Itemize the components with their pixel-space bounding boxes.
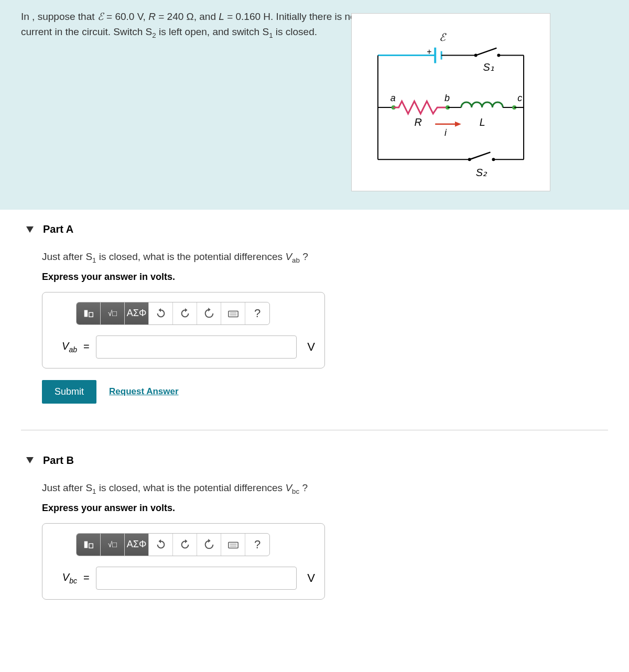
svg-text:i: i (444, 127, 447, 138)
var-label-a: Vab (52, 340, 77, 354)
request-answer-a[interactable]: Request Answer (109, 386, 179, 397)
part-b-title: Part B (43, 454, 74, 467)
svg-marker-46 (208, 539, 211, 543)
part-a-title: Part A (43, 223, 73, 235)
svg-line-7 (476, 48, 497, 56)
svg-text:ℰ: ℰ (439, 31, 447, 43)
help-icon[interactable]: ? (245, 302, 269, 324)
greek-button[interactable]: ΑΣΦ (125, 302, 149, 324)
undo-icon[interactable] (149, 534, 173, 556)
answer-input-a[interactable] (96, 335, 297, 359)
svg-text:S₁: S₁ (483, 61, 494, 73)
reset-icon[interactable] (197, 534, 221, 556)
answer-box-a: √□ ΑΣΦ ? Vab = (42, 292, 325, 368)
chevron-down-icon (26, 226, 34, 233)
unit-a: V (303, 340, 315, 354)
svg-marker-37 (185, 308, 188, 312)
submit-button-a[interactable]: Submit (42, 380, 96, 404)
svg-rect-35 (89, 312, 92, 317)
undo-icon[interactable] (149, 302, 173, 324)
answer-box-b: √□ ΑΣΦ ? Vbc = (42, 523, 325, 600)
circuit-figure: ℰ + S₁ a R b (351, 13, 550, 191)
svg-text:S₂: S₂ (476, 167, 487, 178)
keyboard-icon[interactable] (221, 534, 245, 556)
svg-text:+: + (427, 47, 431, 56)
svg-marker-44 (158, 539, 161, 543)
svg-text:a: a (391, 93, 396, 103)
reset-icon[interactable] (197, 302, 221, 324)
svg-marker-38 (208, 308, 211, 311)
help-icon[interactable]: ? (245, 534, 269, 556)
redo-icon[interactable] (173, 302, 197, 324)
svg-line-30 (470, 152, 491, 159)
toolbar-b: √□ ΑΣΦ ? (76, 533, 270, 556)
template-icon[interactable] (77, 302, 101, 324)
keyboard-icon[interactable] (221, 302, 245, 324)
radical-icon[interactable]: √□ (101, 534, 125, 556)
chevron-down-icon (26, 457, 34, 463)
svg-text:R: R (414, 116, 421, 128)
part-b-hint: Express your answer in volts. (42, 503, 603, 514)
svg-rect-47 (228, 542, 237, 548)
var-label-b: Vbc (52, 571, 77, 585)
redo-icon[interactable] (173, 534, 197, 556)
part-a-question: Just after S1 is closed, what is the pot… (42, 251, 603, 264)
part-b-header[interactable]: Part B (21, 446, 608, 472)
svg-marker-26 (455, 122, 461, 127)
part-a-hint: Express your answer in volts. (42, 272, 603, 283)
greek-button[interactable]: ΑΣΦ (125, 534, 149, 556)
part-b-question: Just after S1 is closed, what is the pot… (42, 482, 603, 495)
template-icon[interactable] (77, 534, 101, 556)
svg-marker-36 (158, 308, 161, 312)
svg-rect-34 (84, 310, 87, 317)
svg-text:L: L (480, 116, 485, 128)
svg-rect-39 (228, 311, 237, 317)
svg-rect-43 (89, 544, 92, 548)
radical-icon[interactable]: √□ (101, 302, 125, 324)
part-a-header[interactable]: Part A (21, 215, 608, 241)
svg-text:c: c (517, 93, 522, 103)
toolbar-a: √□ ΑΣΦ ? (76, 302, 270, 325)
svg-rect-42 (84, 541, 87, 548)
svg-text:b: b (444, 93, 450, 103)
unit-b: V (303, 571, 315, 585)
answer-input-b[interactable] (96, 567, 297, 590)
svg-marker-45 (185, 539, 188, 543)
problem-statement: In , suppose that ℰ = 60.0 V, R = 240 Ω,… (21, 9, 356, 189)
